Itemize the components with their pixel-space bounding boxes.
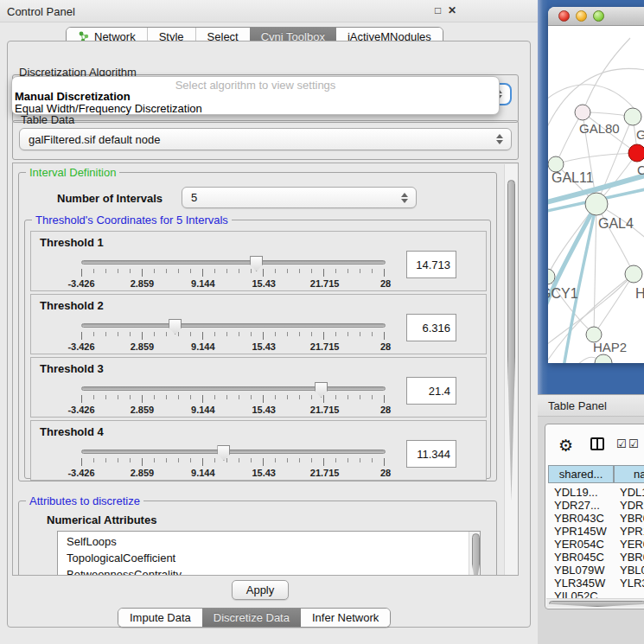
slider-track[interactable]	[81, 450, 386, 454]
table-row: YDR27...YDR2	[554, 499, 600, 512]
tick-label: 2.859	[131, 278, 155, 289]
tick-label: 28	[380, 341, 391, 352]
thresholds-group-title: Threshold's Coordinates for 5 Intervals	[32, 214, 232, 226]
list-item-betweennesscentrality[interactable]: BetweennessCentrality	[58, 566, 480, 576]
tick-label: 2.859	[131, 405, 155, 415]
node-gal4[interactable]	[585, 193, 608, 215]
apply-button[interactable]: Apply	[232, 580, 289, 600]
tick-label: 2.859	[131, 341, 155, 352]
algorithm-dropdown-popup: Select algorithm to view settings Manual…	[11, 76, 500, 115]
node-label-gal11: GAL11	[552, 170, 594, 186]
float-window-icon[interactable]: □	[435, 4, 441, 16]
network-graph	[548, 26, 644, 363]
network-window-titlebar[interactable]	[548, 7, 644, 26]
threshold-1-panel: Threshold 1 -3.426 2.859 9.144 15.43 21.…	[30, 231, 487, 291]
close-window-icon[interactable]: ✕	[448, 4, 456, 16]
minimize-traffic-light-icon[interactable]	[576, 10, 587, 22]
table-row: YPR145WYPR1	[554, 525, 607, 538]
list-item-selfloops[interactable]: SelfLoops	[58, 532, 480, 550]
tick-label: -3.426	[67, 341, 94, 352]
threshold-3-value-field[interactable]: 21.4	[406, 377, 456, 405]
table-row: YBR043CYBR0	[554, 512, 604, 525]
settings-scrollbar[interactable]	[504, 164, 518, 576]
node-table: ⚙ ☑ ☑ shared... na YDL19...YDL1 YDR27...…	[545, 424, 644, 609]
tick-label: 28	[380, 278, 391, 289]
dropdown-item-manual-discretization[interactable]: Manual Discretization	[15, 90, 131, 103]
slider-major-ticks	[81, 458, 385, 466]
column-header-shared-name[interactable]: shared...	[548, 465, 614, 483]
node-h[interactable]	[625, 265, 642, 283]
tick-label: 15.43	[252, 468, 276, 478]
list-item-topologicalcoefficient[interactable]: TopologicalCoefficient	[58, 550, 480, 566]
zoom-traffic-light-icon[interactable]	[593, 10, 604, 22]
number-of-intervals-combo[interactable]: 5	[182, 187, 417, 208]
threshold-1-slider: -3.426 2.859 9.144 15.43 21.715 28	[81, 256, 386, 290]
tick-label: -3.426	[67, 405, 94, 415]
tab-discretize-data[interactable]: Discretize Data	[202, 609, 301, 627]
table-row: YER054CYER0	[554, 538, 604, 551]
node-label-gal80: GAL80	[579, 121, 620, 136]
tab-infer-network[interactable]: Infer Network	[301, 609, 390, 627]
tick-label: 15.43	[252, 341, 276, 352]
apply-button-label: Apply	[246, 583, 275, 596]
slider-track[interactable]	[81, 323, 386, 328]
node-g[interactable]	[624, 108, 641, 125]
threshold-2-value-field[interactable]: 6.316	[406, 314, 456, 341]
node-bottom[interactable]	[595, 354, 612, 363]
threshold-4-label: Threshold 4	[40, 425, 104, 438]
interval-definition-group: Interval Definition Number of Intervals …	[18, 172, 497, 481]
checkbox-checked-icon[interactable]: ☑	[628, 437, 639, 450]
slider-track[interactable]	[81, 386, 386, 391]
slider-track[interactable]	[81, 260, 386, 265]
column-header-name[interactable]: na	[614, 465, 644, 483]
threshold-1-value-field[interactable]: 14.713	[406, 251, 456, 278]
node-gal80[interactable]	[575, 105, 590, 120]
tick-label: -3.426	[67, 468, 94, 478]
table-row: YLR345WYLR3	[554, 577, 605, 590]
tick-label: 28	[380, 468, 391, 478]
tick-label: 21.715	[310, 341, 340, 352]
tab-impute-data-label: Impute Data	[130, 611, 191, 624]
tick-label: 21.715	[310, 468, 340, 478]
threshold-3-label: Threshold 3	[40, 362, 104, 375]
tab-infer-network-label: Infer Network	[312, 611, 379, 624]
node-red-selected[interactable]	[628, 144, 644, 162]
control-panel-title: Control Panel	[7, 5, 75, 18]
table-horizontal-scrollbar[interactable]	[546, 598, 644, 608]
number-of-intervals-label: Number of Intervals	[57, 192, 163, 205]
tab-impute-data[interactable]: Impute Data	[118, 609, 202, 627]
combo-arrows-icon	[496, 134, 503, 144]
node-label-gal4: GAL4	[598, 216, 634, 232]
table-data-group-title: Table Data	[21, 113, 74, 126]
attributes-list-scrollbar[interactable]	[469, 532, 480, 576]
settings-scroll-area: Interval Definition Number of Intervals …	[12, 163, 519, 576]
dropdown-item-equal-width-frequency[interactable]: Equal Width/Frequency Discretization	[15, 102, 202, 115]
network-view-window: GAL80 G C GAL11 GAL4 GCY1 H HAP2	[548, 7, 644, 363]
threshold-4-slider: -3.426 2.859 9.144 15.43 21.715 28	[81, 445, 386, 480]
interval-definition-title: Interval Definition	[26, 166, 119, 179]
tab-discretize-data-label: Discretize Data	[214, 611, 290, 624]
node-label-hap2: HAP2	[593, 340, 627, 354]
close-traffic-light-icon[interactable]	[558, 10, 570, 22]
tick-label: 28	[380, 405, 391, 415]
table-panel-title: Table Panel	[548, 399, 607, 412]
split-table-icon[interactable]	[590, 437, 604, 450]
node-label-h: H	[635, 286, 644, 302]
table-data-combo[interactable]: galFiltered.sif default node	[19, 128, 512, 150]
tick-label: 15.43	[252, 278, 276, 289]
attributes-group-title: Attributes to discretize	[26, 494, 143, 507]
checkbox-checked-icon[interactable]: ☑	[616, 437, 627, 450]
numerical-attributes-list: SelfLoops TopologicalCoefficient Between…	[57, 531, 481, 576]
control-panel-titlebar: Control Panel □ ✕	[0, 0, 538, 22]
threshold-2-slider: -3.426 2.859 9.144 15.43 21.715 28	[81, 319, 386, 354]
table-data-combo-value: galFiltered.sif default node	[29, 133, 160, 146]
threshold-4-value-field[interactable]: 11.344	[406, 440, 456, 468]
gear-icon[interactable]: ⚙	[558, 436, 573, 456]
table-row: YDL19...YDL1	[554, 486, 598, 499]
table-row: YBR045CYBR0	[554, 551, 604, 564]
tick-label: 9.144	[191, 405, 215, 415]
slider-major-ticks	[81, 269, 385, 277]
tick-label: -3.426	[67, 278, 94, 289]
network-canvas[interactable]: GAL80 G C GAL11 GAL4 GCY1 H HAP2	[548, 26, 644, 363]
app-root: Control Panel □ ✕ Network Style Select	[0, 0, 644, 644]
